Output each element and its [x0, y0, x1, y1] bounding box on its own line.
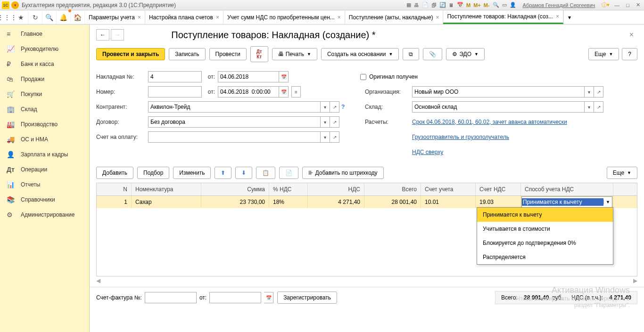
contract-input[interactable] — [148, 116, 321, 128]
grid-icon[interactable]: ▦ — [406, 2, 411, 8]
user-name[interactable]: Абрамов Геннадий Сергеевич — [523, 2, 595, 8]
cell-sum[interactable]: 23 730,00 — [201, 196, 269, 208]
close-icon[interactable]: × — [436, 14, 439, 21]
add-button[interactable]: Добавить — [96, 167, 133, 179]
zoom-reset-icon[interactable]: ▭ — [502, 2, 507, 8]
open-icon[interactable]: ↗ — [330, 131, 339, 143]
bell-icon[interactable]: 🔔 — [57, 10, 71, 24]
sidebar-item-warehouse[interactable]: 🏢Склад — [0, 102, 89, 117]
warehouse-input[interactable] — [412, 101, 585, 113]
maximize-button[interactable]: □ — [624, 2, 631, 8]
edo-button[interactable]: ⚙ ЭДО▼ — [446, 48, 485, 60]
m-plus-button[interactable]: M+ — [473, 2, 481, 8]
apps-icon[interactable]: ⋮⋮⋮ — [0, 10, 14, 24]
tab-nds[interactable]: Учет сумм НДС по приобретенным цен...× — [223, 10, 345, 24]
cell-acc[interactable]: 10.01 — [421, 196, 476, 208]
chevron-down-icon[interactable]: ▾ — [321, 116, 330, 128]
shipper-link[interactable]: Грузоотправитель и грузополучатель — [412, 134, 509, 140]
m-button[interactable]: M — [466, 2, 471, 8]
move-down-button[interactable]: ⬇ — [235, 167, 252, 179]
pay-account-input[interactable] — [148, 131, 321, 143]
sidebar-item-assets[interactable]: 🚚ОС и НМА — [0, 132, 89, 147]
open-icon[interactable]: ↗ — [330, 101, 339, 113]
cell-accnds[interactable]: 19.03 — [476, 196, 521, 208]
contractor-input[interactable] — [148, 101, 321, 113]
sidebar-item-admin[interactable]: ⚙Администрирование — [0, 207, 89, 222]
sidebar-item-production[interactable]: 🏭Производство — [0, 117, 89, 132]
calendar-icon[interactable]: 📅 — [457, 2, 463, 8]
select-button[interactable]: Подбор — [137, 167, 169, 179]
close-button[interactable]: ✕ — [634, 2, 642, 8]
calc-link[interactable]: Срок 04.06.2018, 60.01, 60.02, зачет ава… — [412, 119, 567, 125]
sidebar-item-reports[interactable]: 📊Отчеты — [0, 177, 89, 192]
move-up-button[interactable]: ⬆ — [215, 167, 231, 179]
header-nom[interactable]: Номенклатура — [132, 183, 201, 195]
relations-button[interactable]: ⧉ — [403, 48, 419, 60]
tabs-dropdown[interactable]: ▾ — [563, 10, 576, 24]
method-select[interactable]: Принимается к вычету ▼ — [521, 196, 612, 208]
barcode-button[interactable]: ⊪ Добавить по штрихкоду — [302, 167, 383, 179]
paste-button[interactable]: 📄 — [279, 167, 298, 179]
home-icon[interactable]: 🏠 — [71, 10, 85, 24]
app-menu-dropdown[interactable]: ▾ — [11, 1, 19, 9]
history-icon[interactable]: ↻ — [28, 10, 42, 24]
calc-icon[interactable]: 🖩 — [449, 2, 454, 8]
footer-date-input[interactable] — [209, 292, 261, 303]
help-icon[interactable]: ? — [341, 104, 345, 110]
back-button[interactable]: ← — [96, 29, 109, 40]
table-more-button[interactable]: Еще▼ — [607, 167, 637, 179]
dropdown-option[interactable]: Блокируется до подтверждения 0% — [477, 236, 613, 250]
number-input[interactable] — [148, 86, 202, 97]
table-row[interactable]: 1 Сахар 23 730,00 18% 4 271,40 28 001,40… — [97, 196, 637, 208]
dropdown-option[interactable]: Распределяется — [477, 250, 613, 264]
chevron-down-icon[interactable]: ▾ — [321, 101, 330, 113]
calendar-icon[interactable]: 📅 — [279, 71, 289, 82]
number-date-input[interactable] — [218, 86, 279, 97]
close-icon[interactable]: × — [556, 13, 559, 20]
help-button[interactable]: ? — [622, 48, 637, 60]
header-n[interactable]: N — [97, 183, 132, 195]
tab-receipts[interactable]: Поступление (акты, накладные)× — [345, 10, 444, 24]
favorite-icon[interactable]: ★ — [14, 10, 28, 24]
change-button[interactable]: Изменить — [173, 167, 211, 179]
close-icon[interactable]: × — [338, 14, 341, 21]
cell-nds[interactable]: 4 271,40 — [308, 196, 364, 208]
invoice-date-input[interactable] — [218, 71, 279, 82]
minimize-button[interactable]: — — [612, 2, 621, 8]
sidebar-item-bank[interactable]: ₽Банк и касса — [0, 57, 89, 72]
info-icon[interactable]: ⓘ▾ — [602, 1, 610, 8]
open-icon[interactable]: ↗ — [594, 86, 603, 97]
print-icon[interactable]: 🖶 — [414, 2, 419, 8]
cell-n[interactable]: 1 — [97, 196, 132, 208]
doc-icon[interactable]: 📄 — [422, 2, 429, 8]
header-method[interactable]: Способ учета НДС — [521, 183, 613, 195]
close-icon[interactable]: × — [138, 14, 141, 21]
footer-invoice-input[interactable] — [145, 292, 197, 303]
chevron-down-icon[interactable]: ▾ — [585, 86, 594, 97]
cell-ndsp[interactable]: 18% — [269, 196, 308, 208]
list-icon[interactable]: ≡ — [291, 86, 301, 97]
close-page-button[interactable]: × — [626, 31, 637, 39]
dtkt-button[interactable]: ДтКт — [250, 46, 268, 62]
zoom-in-icon[interactable]: 🔍 — [493, 2, 499, 8]
invoice-no-input[interactable] — [148, 71, 202, 82]
tab-plan[interactable]: Настройка плана счетов× — [145, 10, 223, 24]
cell-method[interactable]: Принимается к вычету ▼ Принимается к выч… — [521, 196, 613, 208]
sidebar-item-purchases[interactable]: 🛒Покупки — [0, 87, 89, 102]
scroll-left-icon[interactable]: ◀ — [96, 277, 100, 284]
tab-params[interactable]: Параметры учета× — [85, 10, 145, 24]
header-nds[interactable]: НДС — [308, 183, 364, 195]
scroll-right-icon[interactable]: ▶ — [633, 277, 637, 284]
open-icon[interactable]: ↗ — [594, 101, 603, 113]
cell-nom[interactable]: Сахар — [132, 196, 201, 208]
cell-total[interactable]: 28 001,40 — [364, 196, 421, 208]
sidebar-item-salary[interactable]: 👤Зарплата и кадры — [0, 147, 89, 162]
header-ndsp[interactable]: % НДС — [269, 183, 308, 195]
forward-button[interactable]: → — [111, 29, 124, 40]
sidebar-item-sales[interactable]: 🛍Продажи — [0, 72, 89, 87]
create-based-button[interactable]: Создать на основании▼ — [321, 48, 399, 60]
copy-button[interactable]: 📋 — [256, 167, 275, 179]
post-button[interactable]: Провести — [209, 48, 247, 60]
post-close-button[interactable]: Провести и закрыть — [96, 48, 165, 60]
m-minus-button[interactable]: M- — [484, 2, 490, 8]
